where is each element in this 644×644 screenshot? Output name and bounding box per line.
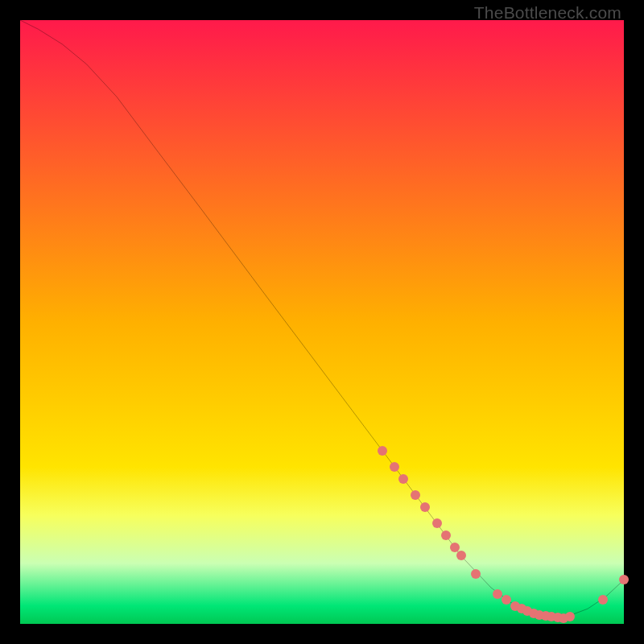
highlight-point [493,589,502,599]
highlight-point [565,612,575,621]
highlight-point [471,569,481,579]
highlight-point [619,575,629,584]
highlight-point [441,530,451,540]
svg-rect-0 [20,20,624,624]
plot-area [20,20,624,624]
background-gradient [20,20,624,624]
highlight-point [598,595,608,605]
highlight-point [378,446,387,456]
highlight-point [432,518,442,528]
highlight-point [456,551,466,560]
chart-stage: TheBottleneck.com [0,0,644,644]
highlight-point [420,502,430,512]
highlight-point [390,462,399,472]
highlight-point [502,595,511,605]
